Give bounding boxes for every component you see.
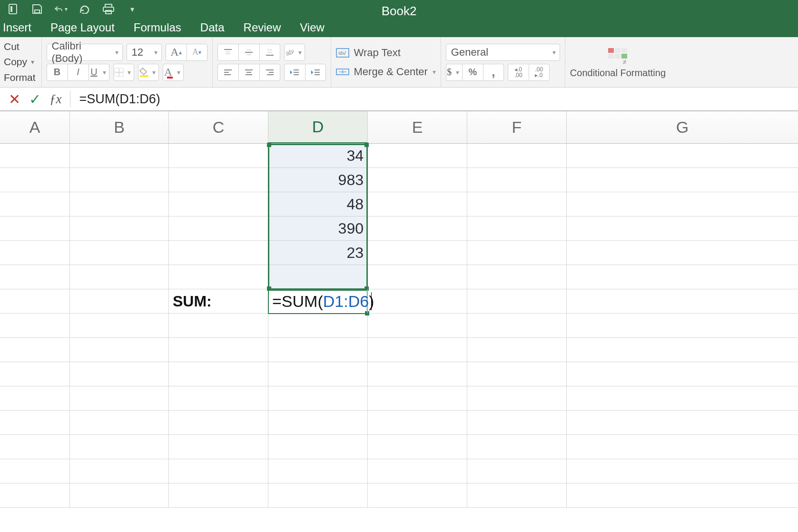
svg-rect-37	[336, 69, 349, 75]
redo-icon[interactable]	[78, 4, 91, 14]
conditional-formatting-button[interactable]: ≠ Conditional Formatting	[570, 47, 666, 78]
italic-button[interactable]: I	[68, 64, 89, 81]
number-group: General $ % , ◂.0.00 .00▸.0	[441, 37, 565, 87]
tab-formulas[interactable]: Formulas	[134, 21, 181, 34]
tab-page-layout[interactable]: Page Layout	[50, 21, 115, 34]
col-C[interactable]: C	[169, 111, 268, 143]
row-7[interactable]: SUM: =SUM(D1:D6)	[0, 289, 798, 314]
ribbon: Cut Copy ▾ Format Calibri (Body) 12 A▴ A…	[0, 37, 798, 88]
cell-A1[interactable]	[0, 144, 70, 167]
cut-button[interactable]: Cut	[4, 41, 36, 52]
svg-rect-40	[621, 48, 627, 53]
svg-rect-41	[608, 54, 614, 59]
wrap-text-button[interactable]: ab Wrap Text	[336, 47, 436, 59]
conditional-formatting-icon: ≠	[607, 47, 628, 66]
cell-D2[interactable]: 983	[268, 168, 368, 192]
font-name-combo[interactable]: Calibri (Body)	[47, 44, 123, 61]
fill-color-button[interactable]	[138, 64, 159, 81]
formula-bar: ✕ ✓ ƒx =SUM(D1:D6)	[0, 88, 798, 111]
comma-button[interactable]: ,	[483, 64, 504, 81]
undo-icon[interactable]: ▾	[54, 4, 68, 14]
window-title: Book2	[382, 4, 417, 19]
row-4[interactable]: 390	[0, 217, 798, 241]
cell-D4[interactable]: 390	[268, 217, 368, 240]
font-color-button[interactable]: A	[163, 64, 184, 81]
grow-font-button[interactable]: A▴	[166, 44, 187, 61]
increase-indent-button[interactable]	[305, 64, 326, 81]
decrease-decimal-button[interactable]: .00▸.0	[529, 64, 550, 81]
align-middle-button[interactable]	[238, 44, 259, 61]
cell-C7[interactable]: SUM:	[169, 289, 268, 313]
increase-decimal-button[interactable]: ◂.0.00	[508, 64, 529, 81]
merge-icon	[336, 67, 349, 77]
new-file-icon[interactable]	[7, 4, 20, 14]
save-icon[interactable]	[30, 4, 44, 14]
font-group: Calibri (Body) 12 A▴ A▾ B I U A	[42, 37, 213, 87]
cell-C1[interactable]	[169, 144, 268, 167]
align-center-button[interactable]	[238, 64, 259, 81]
svg-text:≠: ≠	[623, 58, 627, 66]
row-2[interactable]: 983	[0, 168, 798, 192]
font-size-combo[interactable]: 12	[127, 44, 162, 61]
print-icon[interactable]	[102, 4, 115, 14]
bold-button[interactable]: B	[47, 64, 68, 81]
clipboard-group: Cut Copy ▾ Format	[0, 37, 42, 87]
tab-view[interactable]: View	[300, 21, 325, 34]
formula-input[interactable]: =SUM(D1:D6)	[79, 92, 160, 107]
tab-data[interactable]: Data	[200, 21, 225, 34]
shrink-font-button[interactable]: A▾	[187, 44, 207, 61]
cell-D6[interactable]	[268, 265, 368, 289]
svg-text:ab: ab	[338, 50, 344, 56]
col-D[interactable]: D	[268, 111, 368, 143]
borders-button[interactable]	[113, 64, 134, 81]
svg-rect-38	[608, 48, 614, 53]
row-1[interactable]: 34	[0, 144, 798, 168]
number-format-combo[interactable]: General	[446, 44, 560, 61]
cell-D3[interactable]: 48	[268, 192, 368, 216]
titlebar: ▾ ▾ Book2	[0, 0, 798, 18]
col-F[interactable]: F	[467, 111, 567, 143]
column-headers: A B C D E F G	[0, 111, 798, 144]
tab-insert[interactable]: Insert	[3, 21, 31, 34]
align-left-button[interactable]	[217, 64, 238, 81]
underline-button[interactable]: U	[89, 64, 109, 81]
percent-button[interactable]: %	[462, 64, 483, 81]
qat-more-icon[interactable]: ▾	[126, 4, 139, 14]
cell-D1[interactable]: 34	[268, 144, 368, 167]
cell-G1[interactable]	[567, 144, 798, 167]
cell-B1[interactable]	[70, 144, 169, 167]
cell-D7[interactable]: =SUM(D1:D6)	[268, 289, 368, 313]
fx-icon[interactable]: ƒx	[49, 92, 61, 107]
row-5[interactable]: 23	[0, 241, 798, 265]
format-button[interactable]: Format	[4, 72, 36, 83]
cell-F1[interactable]	[467, 144, 567, 167]
row-3[interactable]: 48	[0, 192, 798, 217]
wrap-text-icon: ab	[336, 48, 349, 58]
svg-text:ab: ab	[285, 48, 294, 57]
merge-center-button[interactable]: Merge & Center ▾	[336, 66, 436, 78]
align-right-button[interactable]	[259, 64, 280, 81]
svg-rect-9	[140, 75, 148, 77]
col-G[interactable]: G	[567, 111, 798, 143]
svg-rect-42	[615, 54, 621, 59]
tab-review[interactable]: Review	[244, 21, 281, 34]
svg-rect-1	[10, 6, 12, 12]
col-B[interactable]: B	[70, 111, 169, 143]
row-6[interactable]	[0, 265, 798, 289]
separator	[70, 91, 70, 107]
align-top-button[interactable]	[217, 44, 238, 61]
ribbon-tabs: Insert Page Layout Formulas Data Review …	[0, 18, 798, 37]
decrease-indent-button[interactable]	[284, 64, 305, 81]
copy-button[interactable]: Copy ▾	[4, 56, 36, 68]
accounting-button[interactable]: $	[446, 64, 462, 81]
accept-formula-button[interactable]: ✓	[29, 91, 41, 108]
cancel-formula-button[interactable]: ✕	[9, 91, 20, 108]
align-bottom-button[interactable]	[259, 44, 280, 61]
spreadsheet-grid[interactable]: A B C D E F G 34 983 48	[0, 111, 798, 508]
col-E[interactable]: E	[368, 111, 467, 143]
col-A[interactable]: A	[0, 111, 70, 143]
orientation-button[interactable]: ab	[284, 44, 305, 61]
cell-E1[interactable]	[368, 144, 467, 167]
cell-D5[interactable]: 23	[268, 241, 368, 265]
svg-rect-39	[615, 48, 621, 53]
